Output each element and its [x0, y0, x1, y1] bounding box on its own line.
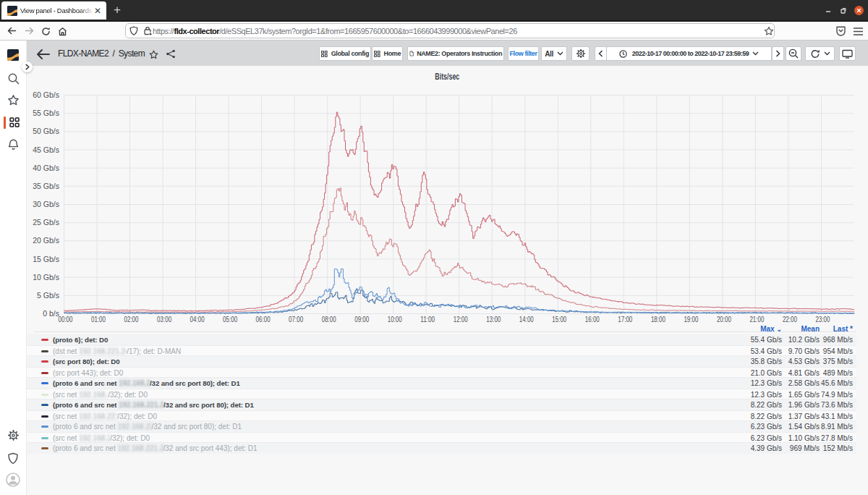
svg-text:40 Gb/s: 40 Gb/s — [33, 164, 59, 172]
svg-text:45 Gb/s: 45 Gb/s — [33, 145, 59, 154]
svg-text:04:00: 04:00 — [190, 315, 205, 323]
svg-text:0 b/s: 0 b/s — [43, 309, 59, 318]
svg-text:55 Gb/s: 55 Gb/s — [33, 109, 59, 117]
svg-text:11:00: 11:00 — [420, 315, 435, 323]
svg-text:30 Gb/s: 30 Gb/s — [33, 200, 59, 208]
svg-text:16:00: 16:00 — [585, 315, 600, 323]
svg-text:50 Gb/s: 50 Gb/s — [33, 127, 59, 135]
svg-text:03:00: 03:00 — [157, 315, 171, 323]
svg-text:35 Gb/s: 35 Gb/s — [33, 182, 59, 190]
svg-text:01:00: 01:00 — [91, 315, 106, 323]
svg-text:07:00: 07:00 — [289, 315, 303, 323]
svg-text:60 Gb/s: 60 Gb/s — [33, 90, 59, 99]
svg-text:10 Gb/s: 10 Gb/s — [33, 273, 59, 282]
svg-text:05:00: 05:00 — [223, 315, 237, 323]
svg-text:18:00: 18:00 — [651, 315, 665, 323]
svg-text:14:00: 14:00 — [519, 315, 534, 323]
svg-text:13:00: 13:00 — [486, 315, 501, 323]
svg-text:22:00: 22:00 — [783, 315, 797, 323]
svg-text:10:00: 10:00 — [388, 315, 402, 323]
svg-text:20 Gb/s: 20 Gb/s — [33, 236, 59, 245]
svg-text:09:00: 09:00 — [354, 315, 369, 323]
svg-text:21:00: 21:00 — [749, 315, 764, 323]
svg-text:5 Gb/s: 5 Gb/s — [37, 291, 59, 300]
svg-text:06:00: 06:00 — [256, 315, 271, 323]
svg-text:20:00: 20:00 — [717, 315, 731, 323]
svg-text:19:00: 19:00 — [684, 315, 698, 323]
svg-text:00:00: 00:00 — [59, 315, 73, 323]
svg-text:02:00: 02:00 — [124, 315, 139, 323]
svg-text:25 Gb/s: 25 Gb/s — [33, 218, 59, 227]
svg-text:17:00: 17:00 — [618, 315, 632, 323]
svg-text:12:00: 12:00 — [454, 315, 468, 323]
svg-text:15 Gb/s: 15 Gb/s — [33, 255, 59, 263]
svg-text:15:00: 15:00 — [552, 315, 566, 323]
svg-text:23:00: 23:00 — [816, 315, 830, 323]
svg-text:08:00: 08:00 — [322, 315, 336, 323]
svg-text:Bits/sec: Bits/sec — [435, 72, 459, 82]
